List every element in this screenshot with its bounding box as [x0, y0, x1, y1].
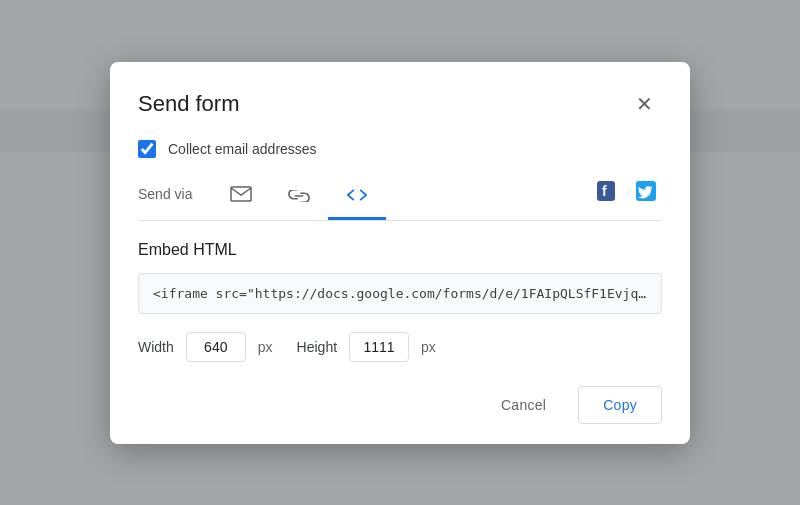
collect-email-label: Collect email addresses [168, 141, 317, 157]
tab-embed[interactable] [328, 178, 386, 220]
action-row: Cancel Copy [138, 386, 662, 424]
dimensions-row: Width px Height px [138, 332, 662, 362]
twitter-icon [636, 181, 656, 206]
svg-rect-0 [231, 187, 251, 201]
cancel-button[interactable]: Cancel [481, 386, 566, 424]
close-icon: ✕ [636, 92, 653, 116]
copy-button[interactable]: Copy [578, 386, 662, 424]
facebook-icon: f [597, 181, 615, 206]
embed-code-box: <iframe src="https://docs.google.com/for… [138, 273, 662, 314]
embed-title: Embed HTML [138, 241, 662, 259]
tabs-area [212, 178, 590, 219]
email-icon [230, 186, 252, 207]
send-via-row: Send via [138, 178, 662, 221]
width-unit: px [258, 339, 273, 355]
svg-text:f: f [602, 183, 607, 199]
facebook-button[interactable]: f [590, 178, 622, 210]
height-input[interactable] [349, 332, 409, 362]
code-icon [346, 186, 368, 207]
width-input[interactable] [186, 332, 246, 362]
collect-email-checkbox[interactable] [138, 140, 156, 158]
height-label: Height [297, 339, 337, 355]
send-via-label: Send via [138, 186, 192, 212]
tab-link[interactable] [270, 178, 328, 220]
send-form-modal: Send form ✕ Collect email addresses Send… [110, 62, 690, 444]
social-area: f [590, 178, 662, 220]
width-label: Width [138, 339, 174, 355]
collect-email-row: Collect email addresses [138, 140, 662, 158]
modal-header: Send form ✕ [138, 86, 662, 122]
modal-title: Send form [138, 91, 240, 117]
twitter-button[interactable] [630, 178, 662, 210]
close-button[interactable]: ✕ [626, 86, 662, 122]
height-unit: px [421, 339, 436, 355]
tab-email[interactable] [212, 178, 270, 220]
embed-section: Embed HTML <iframe src="https://docs.goo… [138, 241, 662, 362]
modal-backdrop: Send form ✕ Collect email addresses Send… [0, 0, 800, 505]
link-icon [288, 186, 310, 207]
